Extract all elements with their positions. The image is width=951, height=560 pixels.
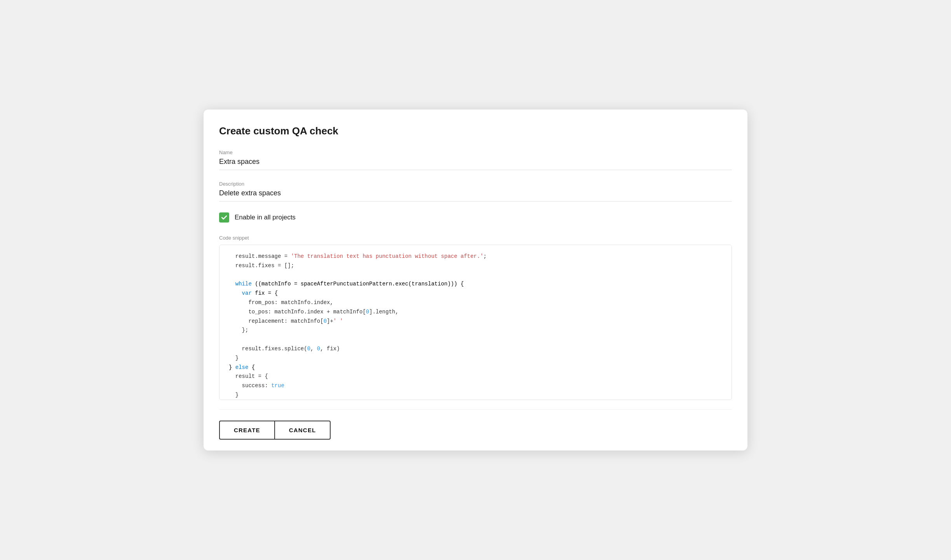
code-editor[interactable]: result.message = 'The translation text h… — [219, 245, 732, 400]
enable-all-projects-checkbox[interactable] — [219, 212, 229, 223]
code-line: result.fixes = []; — [229, 261, 722, 271]
name-field-group: Name Extra spaces — [219, 150, 732, 170]
code-snippet-section: Code snippet result.message = 'The trans… — [219, 235, 732, 400]
name-value[interactable]: Extra spaces — [219, 158, 732, 170]
code-line: } — [229, 391, 722, 400]
code-line: } — [229, 354, 722, 363]
code-line — [229, 271, 722, 280]
code-line: } else { — [229, 363, 722, 372]
enable-all-projects-label: Enable in all projects — [235, 214, 296, 221]
description-field-group: Description Delete extra spaces — [219, 181, 732, 202]
code-line: var fix = { — [229, 289, 722, 298]
code-section-label: Code snippet — [219, 235, 732, 241]
name-label: Name — [219, 150, 732, 155]
dialog-footer: CREATE CANCEL — [219, 409, 732, 450]
cancel-button[interactable]: CANCEL — [274, 421, 331, 440]
dialog-title: Create custom QA check — [219, 125, 732, 137]
create-button[interactable]: CREATE — [219, 421, 274, 440]
create-qa-check-dialog: Create custom QA check Name Extra spaces… — [204, 110, 747, 450]
enable-all-projects-row: Enable in all projects — [219, 212, 732, 223]
code-line: success: true — [229, 381, 722, 391]
code-line: while ((matchInfo = spaceAfterPunctuatio… — [229, 280, 722, 289]
code-line: to_pos: matchInfo.index + matchInfo[0].l… — [229, 308, 722, 317]
code-line: result.fixes.splice(0, 0, fix) — [229, 344, 722, 354]
description-label: Description — [219, 181, 732, 187]
code-line: result = { — [229, 372, 722, 381]
code-line: }; — [229, 326, 722, 335]
code-line: from_pos: matchInfo.index, — [229, 298, 722, 308]
description-value[interactable]: Delete extra spaces — [219, 189, 732, 202]
code-line: result.message = 'The translation text h… — [229, 252, 722, 261]
code-line: replacement: matchInfo[0]+' ' — [229, 317, 722, 326]
code-line — [229, 335, 722, 344]
checkmark-icon — [221, 214, 227, 221]
